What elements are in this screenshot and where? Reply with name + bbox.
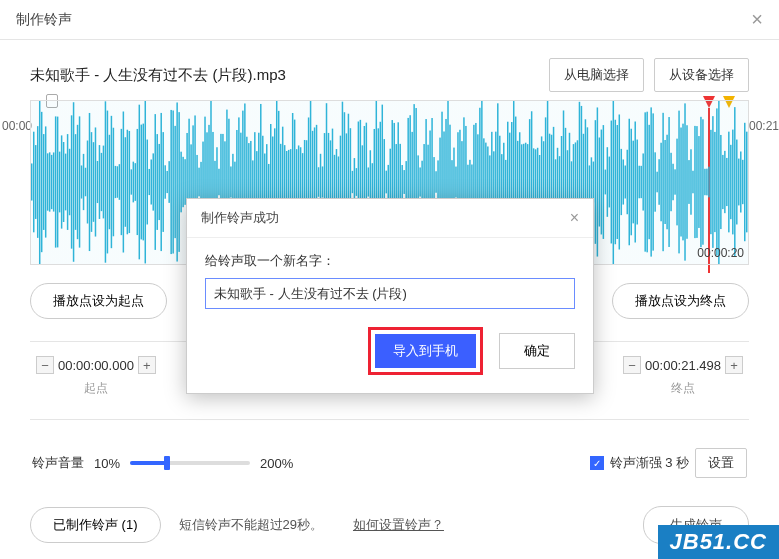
modal-title: 制作铃声成功 bbox=[201, 209, 279, 227]
modal-body: 给铃声取一个新名字： 导入到手机 确定 bbox=[187, 238, 593, 393]
watermark: JB51.CC bbox=[658, 525, 779, 559]
modal-buttons: 导入到手机 确定 bbox=[205, 327, 575, 375]
modal-label: 给铃声取一个新名字： bbox=[205, 252, 575, 270]
ringtone-name-input[interactable] bbox=[205, 278, 575, 309]
success-modal: 制作铃声成功 × 给铃声取一个新名字： 导入到手机 确定 bbox=[186, 198, 594, 394]
modal-header: 制作铃声成功 × bbox=[187, 199, 593, 238]
modal-close-icon[interactable]: × bbox=[570, 209, 579, 227]
ok-button[interactable]: 确定 bbox=[499, 333, 575, 369]
import-to-phone-button[interactable]: 导入到手机 bbox=[375, 334, 476, 368]
modal-overlay: 制作铃声成功 × 给铃声取一个新名字： 导入到手机 确定 bbox=[0, 0, 779, 559]
import-highlight: 导入到手机 bbox=[368, 327, 483, 375]
